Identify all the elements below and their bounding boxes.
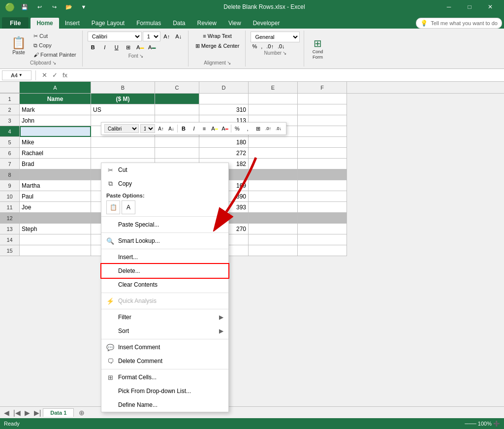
- cell-e6[interactable]: [249, 148, 298, 159]
- mini-increase-font-btn[interactable]: A↑: [157, 124, 165, 133]
- cell-f3[interactable]: [298, 115, 347, 126]
- cell-e7[interactable]: [249, 159, 298, 169]
- cell-b5[interactable]: [91, 137, 155, 148]
- cell-f11[interactable]: [298, 202, 347, 213]
- zoom-control[interactable]: ─── 100% ➕: [465, 421, 500, 427]
- tab-page-layout[interactable]: Page Layout: [86, 18, 130, 29]
- row-number[interactable]: 13: [0, 224, 20, 234]
- cell-a10[interactable]: Paul: [20, 191, 91, 202]
- cell-c1[interactable]: [155, 94, 199, 104]
- row-number[interactable]: 14: [0, 234, 20, 245]
- ctx-paste-icon-2[interactable]: A: [122, 200, 135, 214]
- cell-a15[interactable]: [20, 245, 91, 256]
- cell-a4[interactable]: [20, 126, 91, 137]
- number-format-select[interactable]: General: [251, 32, 300, 42]
- mini-decrease-font-btn[interactable]: A↓: [167, 124, 176, 133]
- cell-a2[interactable]: Mark: [20, 104, 91, 115]
- cell-f14[interactable]: [298, 234, 347, 245]
- cell-f7[interactable]: [298, 159, 347, 169]
- tab-data[interactable]: Data: [167, 18, 191, 29]
- cell-d5[interactable]: 180: [199, 137, 249, 148]
- open-button[interactable]: 📂: [63, 1, 75, 13]
- redo-button[interactable]: ↪: [48, 1, 60, 13]
- ctx-paste-icon-1[interactable]: 📋: [106, 200, 120, 214]
- save-button[interactable]: 💾: [19, 1, 31, 13]
- cell-a6[interactable]: Rachael: [20, 148, 91, 159]
- row-number[interactable]: 12: [0, 213, 20, 224]
- mini-bold-btn[interactable]: B: [179, 124, 188, 133]
- cell-a12[interactable]: [20, 213, 91, 224]
- col-header-e[interactable]: E: [249, 82, 298, 93]
- mini-inc-decimal-btn[interactable]: .0↑: [264, 124, 273, 133]
- cell-a9[interactable]: Martha: [20, 180, 91, 191]
- add-sheet-btn[interactable]: ⊕: [79, 409, 85, 417]
- cell-f6[interactable]: [298, 148, 347, 159]
- cancel-formula-btn[interactable]: ✕: [40, 71, 49, 79]
- col-header-a[interactable]: A: [20, 82, 91, 93]
- ribbon-group-cond-format[interactable]: ⊞ Cond Form: [305, 31, 330, 66]
- sheet-tab-last[interactable]: ▶|: [32, 409, 43, 417]
- ctx-format-cells[interactable]: ⊞ Format Cells...: [101, 370, 228, 384]
- row-number[interactable]: 9: [0, 180, 20, 191]
- ctx-cut[interactable]: ✂ Cut: [101, 163, 228, 177]
- cell-c2[interactable]: [155, 104, 199, 115]
- percent-btn[interactable]: %: [251, 43, 258, 49]
- mini-percent-btn[interactable]: %: [233, 124, 242, 133]
- row-number[interactable]: 5: [0, 137, 20, 148]
- cell-f2[interactable]: [298, 104, 347, 115]
- copy-button[interactable]: ⧉ Copy: [32, 41, 78, 50]
- cell-reference-box[interactable]: A4 ▼: [2, 70, 32, 80]
- ctx-insert[interactable]: Insert...: [101, 250, 228, 264]
- mini-comma-btn[interactable]: ,: [243, 124, 252, 133]
- cell-a11[interactable]: Joe: [20, 202, 91, 213]
- cell-a14[interactable]: [20, 234, 91, 245]
- sheet-tab-data1[interactable]: Data 1: [43, 408, 74, 417]
- row-number[interactable]: 6: [0, 148, 20, 159]
- col-header-f[interactable]: F: [298, 82, 347, 93]
- cell-a5[interactable]: Mike: [20, 137, 91, 148]
- cell-e14[interactable]: [249, 234, 298, 245]
- dec-decimal-btn[interactable]: .0↓: [276, 43, 286, 49]
- cut-button[interactable]: ✂ Cut: [32, 32, 78, 40]
- row-number[interactable]: 11: [0, 202, 20, 213]
- tab-home[interactable]: Home: [31, 18, 59, 29]
- mini-format-btn[interactable]: ⊞: [253, 124, 262, 133]
- ctx-sort[interactable]: Sort ▶: [101, 324, 228, 338]
- font-color-button[interactable]: A▬: [147, 42, 158, 52]
- cell-d6[interactable]: 272: [199, 148, 249, 159]
- ctx-clear-contents[interactable]: Clear Contents: [101, 278, 228, 292]
- row-number[interactable]: 1: [0, 94, 20, 104]
- tab-view[interactable]: View: [222, 18, 247, 29]
- ctx-paste-special[interactable]: Paste Special...: [101, 218, 228, 231]
- mini-italic-btn[interactable]: I: [189, 124, 198, 133]
- alignment-expand-icon[interactable]: ↘: [227, 60, 231, 66]
- undo-button[interactable]: ↩: [33, 1, 45, 13]
- cell-b2[interactable]: US: [91, 104, 155, 115]
- col-header-b[interactable]: B: [91, 82, 155, 93]
- col-header-d[interactable]: D: [199, 82, 249, 93]
- ctx-delete[interactable]: Delete...: [101, 264, 228, 278]
- cell-ref-dropdown[interactable]: ▼: [19, 73, 23, 77]
- underline-button[interactable]: U: [111, 42, 122, 52]
- cell-e5[interactable]: [249, 137, 298, 148]
- ctx-pick-dropdown[interactable]: Pick From Drop-down List...: [101, 384, 228, 398]
- cell-f15[interactable]: [298, 245, 347, 256]
- cell-f10[interactable]: [298, 191, 347, 202]
- cell-e11[interactable]: [249, 202, 298, 213]
- mini-fill-btn[interactable]: A▬: [210, 124, 219, 133]
- qat-more[interactable]: ▼: [78, 1, 90, 13]
- cell-a13[interactable]: Steph: [20, 224, 91, 234]
- cell-f1[interactable]: [298, 94, 347, 104]
- cell-e15[interactable]: [249, 245, 298, 256]
- fill-color-button[interactable]: A▬: [135, 42, 146, 52]
- row-number[interactable]: 2: [0, 104, 20, 115]
- mini-font-name-select[interactable]: Calibri: [104, 124, 139, 133]
- col-header-c[interactable]: C: [155, 82, 199, 93]
- tab-file[interactable]: File: [2, 17, 29, 29]
- minimize-button[interactable]: ─: [439, 0, 459, 14]
- cell-b1[interactable]: ($ M): [91, 94, 155, 104]
- cell-a1[interactable]: Name: [20, 94, 91, 104]
- cell-e8[interactable]: [249, 169, 298, 180]
- close-button[interactable]: ✕: [480, 0, 500, 14]
- cell-f5[interactable]: [298, 137, 347, 148]
